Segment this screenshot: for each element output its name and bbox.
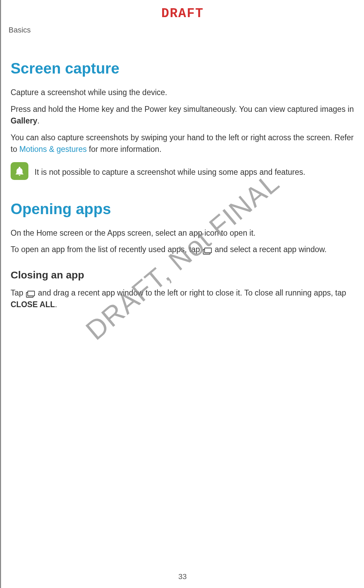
bell-icon <box>11 162 28 180</box>
text-fragment: and select a recent app window. <box>212 245 327 254</box>
text-fragment: . <box>37 116 39 125</box>
opening-apps-p2: To open an app from the list of recently… <box>11 244 354 256</box>
page-container: DRAFT Basics DRAFT, Not FINAL Screen cap… <box>0 0 364 588</box>
note-text: It is not possible to capture a screensh… <box>35 162 305 178</box>
text-fragment: . <box>55 300 57 309</box>
heading-closing-app: Closing an app <box>11 269 354 281</box>
section-breadcrumb: Basics <box>9 26 31 35</box>
text-fragment: and drag a recent app window to the left… <box>36 288 346 297</box>
section-opening-apps: Opening apps On the Home screen or the A… <box>11 200 354 311</box>
bold-close-all: CLOSE ALL <box>11 300 55 309</box>
screen-capture-p2: Press and hold the Home key and the Powe… <box>11 103 354 127</box>
text-fragment: Tap <box>11 288 25 297</box>
opening-apps-p1: On the Home screen or the Apps screen, s… <box>11 227 354 239</box>
closing-app-p1: Tap and drag a recent app window to the … <box>11 287 354 311</box>
content-area: Screen capture Capture a screenshot whil… <box>8 0 357 311</box>
link-motions-gestures[interactable]: Motions & gestures <box>20 145 87 154</box>
text-fragment: for more information. <box>87 145 161 154</box>
draft-header-label: DRAFT <box>161 6 204 21</box>
text-fragment: Press and hold the Home key and the Powe… <box>11 105 354 114</box>
heading-screen-capture: Screen capture <box>11 60 354 77</box>
note-box: It is not possible to capture a screensh… <box>11 162 354 180</box>
heading-opening-apps: Opening apps <box>11 200 354 218</box>
page-number: 33 <box>178 572 186 581</box>
svg-rect-1 <box>205 248 211 253</box>
bold-gallery: Gallery <box>11 116 37 125</box>
recent-apps-icon <box>203 246 212 253</box>
text-fragment: To open an app from the list of recently… <box>11 245 202 254</box>
recent-apps-icon <box>26 289 35 296</box>
screen-capture-p3: You can also capture screenshots by swip… <box>11 132 354 155</box>
screen-capture-p1: Capture a screenshot while using the dev… <box>11 87 354 99</box>
svg-rect-3 <box>28 291 35 296</box>
